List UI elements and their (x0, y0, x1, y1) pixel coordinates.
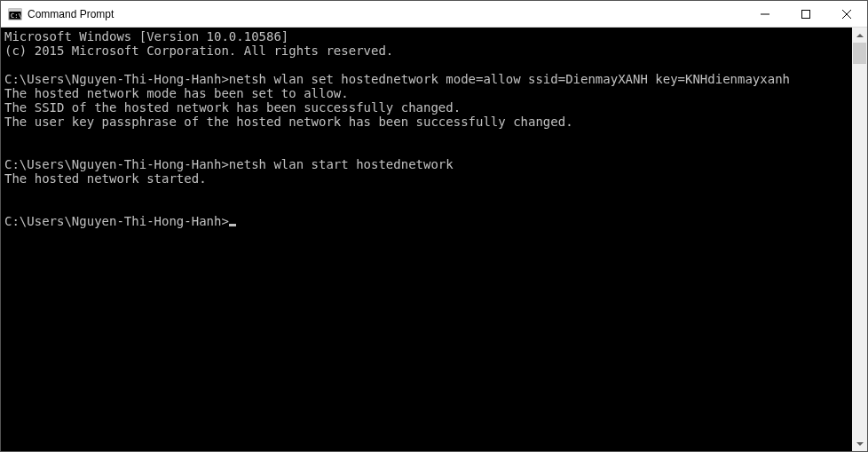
close-button[interactable] (826, 1, 867, 27)
window-controls (745, 1, 867, 27)
svg-rect-1 (9, 9, 21, 12)
svg-text:C:\: C:\ (11, 12, 22, 20)
svg-marker-8 (856, 442, 864, 446)
terminal-output[interactable]: Microsoft Windows [Version 10.0.10586] (… (1, 28, 852, 451)
titlebar[interactable]: C:\ Command Prompt (1, 1, 867, 28)
scroll-down-arrow[interactable] (852, 436, 867, 451)
vertical-scrollbar[interactable] (852, 28, 867, 451)
app-icon: C:\ (8, 7, 22, 21)
svg-rect-4 (802, 10, 810, 18)
scroll-track[interactable] (852, 43, 867, 436)
cursor (229, 224, 236, 226)
maximize-button[interactable] (785, 1, 826, 27)
window-title: Command Prompt (28, 8, 745, 20)
scroll-up-arrow[interactable] (852, 28, 867, 43)
scroll-thumb[interactable] (853, 43, 866, 64)
console-area: Microsoft Windows [Version 10.0.10586] (… (1, 28, 867, 451)
svg-marker-7 (856, 34, 864, 37)
minimize-button[interactable] (745, 1, 785, 27)
